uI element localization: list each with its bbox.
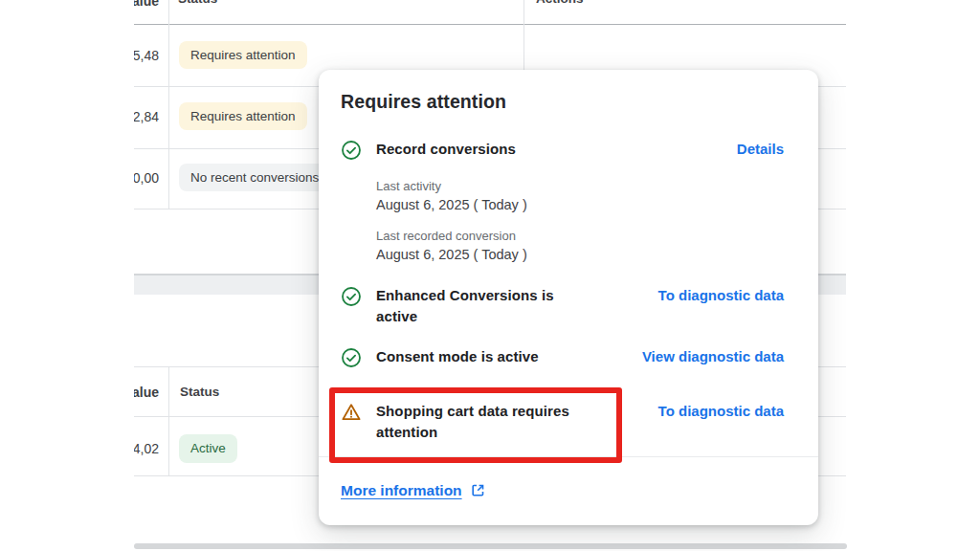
lower-header-status: Status [180, 385, 219, 399]
external-link-icon [471, 483, 485, 497]
details-link[interactable]: Details [598, 139, 784, 160]
popup-item-enhanced-conversions: Enhanced Conversions is active To diagno… [341, 285, 784, 327]
table-cell-value-clip: 0,00 [134, 165, 159, 191]
horizontal-scrollbar[interactable] [134, 543, 847, 549]
upper-header-value: Value [134, 0, 159, 11]
detail-label: Last activity [376, 179, 784, 194]
status-badge-active[interactable]: Active [179, 434, 237, 463]
popup-item-consent-mode: Consent mode is active View diagnostic d… [341, 346, 784, 372]
detail-group: Last activity August 6, 2025 ( Today ) [376, 179, 784, 215]
to-diagnostic-data-link[interactable]: To diagnostic data [598, 401, 784, 422]
table-cell-value-clip: 5,48 [134, 42, 159, 69]
upper-header-value-clip: Value [134, 0, 159, 11]
upper-header-actions: Actions [536, 0, 584, 6]
more-information-label: More information [341, 482, 462, 498]
popup-item-shopping-cart-data: Shopping cart data requires attention To… [341, 401, 784, 443]
record-conversions-details: Last activity August 6, 2025 ( Today ) L… [376, 179, 784, 265]
status-badge-no-recent-conversions[interactable]: No recent conversions [179, 164, 330, 191]
requires-attention-popup: Requires attention Record conversions De… [319, 70, 818, 525]
popup-item-label: Enhanced Conversions is active [364, 285, 598, 327]
column-divider [168, 0, 169, 209]
to-diagnostic-data-link[interactable]: To diagnostic data [598, 285, 784, 306]
popup-item-label: Record conversions [364, 139, 598, 160]
popup-title: Requires attention [341, 91, 784, 113]
table-cell-value: 4,02 [134, 435, 159, 462]
column-divider [168, 366, 169, 475]
status-badge-requires-attention[interactable]: Requires attention [179, 41, 307, 69]
table-cell-value: 2,84 [134, 103, 159, 130]
lower-header-value-clip: Value [134, 382, 159, 403]
view-diagnostic-data-link[interactable]: View diagnostic data [598, 346, 784, 367]
popup-item-label: Consent mode is active [364, 346, 598, 367]
popup-footer-divider [319, 456, 818, 457]
detail-label: Last recorded conversion [376, 229, 784, 244]
table-cell-value: 0,00 [134, 165, 159, 191]
detail-value: August 6, 2025 ( Today ) [376, 244, 784, 265]
warning-triangle-icon [341, 401, 364, 427]
lower-header-value: Value [134, 382, 159, 403]
status-badge-requires-attention[interactable]: Requires attention [179, 102, 307, 130]
upper-header-status: Status [178, 0, 217, 6]
table-cell-value-clip: 2,84 [134, 103, 159, 130]
popup-item-record-conversions: Record conversions Details [341, 139, 784, 165]
check-circle-icon [341, 139, 364, 165]
table-cell-value-clip: 4,02 [134, 435, 159, 462]
check-circle-icon [341, 285, 364, 311]
check-circle-icon [341, 346, 364, 372]
popup-item-label: Shopping cart data requires attention [364, 401, 598, 443]
detail-value: August 6, 2025 ( Today ) [376, 194, 784, 215]
upper-header-divider [134, 24, 846, 25]
page-canvas: Value Status Actions 5,48 Requires atten… [0, 0, 980, 551]
more-information-link[interactable]: More information [341, 480, 485, 501]
detail-group: Last recorded conversion August 6, 2025 … [376, 229, 784, 265]
table-cell-value: 5,48 [134, 42, 159, 69]
